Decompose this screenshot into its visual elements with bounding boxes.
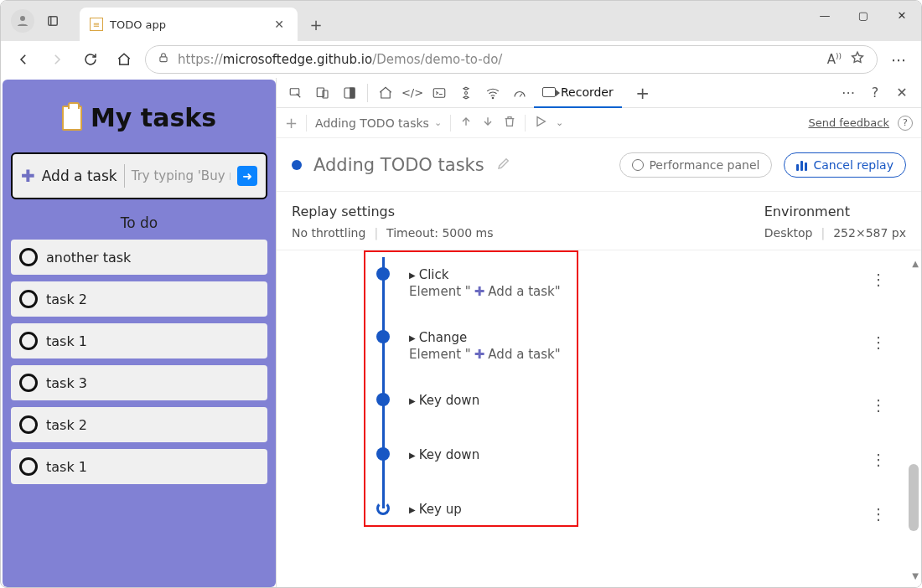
scroll-down-arrow[interactable]: ▼ — [912, 571, 919, 580]
add-task-form[interactable]: ✚ Add a task Try typing 'Buy m ➜ — [11, 152, 267, 199]
recorder-step[interactable]: ▶Key down ⋮ — [277, 447, 896, 462]
task-item[interactable]: task 1 — [11, 323, 267, 358]
elements-tab-icon[interactable]: </> — [400, 80, 425, 106]
device-emulation-icon[interactable] — [310, 80, 335, 106]
read-aloud-icon[interactable]: A)) — [827, 52, 842, 67]
replay-icon[interactable] — [534, 115, 547, 131]
task-label: task 2 — [46, 291, 87, 307]
delete-icon[interactable] — [503, 115, 516, 131]
import-icon[interactable] — [481, 115, 495, 131]
task-checkbox[interactable] — [19, 248, 38, 266]
step-menu-icon[interactable]: ⋮ — [871, 505, 886, 523]
devtools-close-icon[interactable]: ✕ — [889, 80, 914, 106]
svg-rect-1 — [49, 17, 58, 26]
submit-task-button[interactable]: ➜ — [237, 166, 257, 186]
task-item[interactable]: another task — [11, 240, 267, 275]
scroll-up-arrow[interactable]: ▲ — [912, 259, 919, 268]
step-menu-icon[interactable]: ⋮ — [871, 333, 886, 351]
task-item[interactable]: task 3 — [11, 365, 267, 400]
dock-side-icon[interactable] — [337, 80, 362, 106]
recorder-icon — [542, 87, 556, 97]
expand-icon[interactable]: ▶ — [409, 333, 416, 343]
throttling-value[interactable]: No throttling — [292, 226, 365, 240]
new-recording-button[interactable]: + — [285, 114, 298, 132]
profile-icon[interactable] — [11, 9, 34, 33]
browser-menu-button[interactable]: ⋯ — [886, 47, 911, 72]
recorder-step[interactable]: ▶Key down ⋮ — [277, 393, 896, 408]
recording-status-dot — [292, 160, 302, 170]
step-menu-icon[interactable]: ⋮ — [871, 451, 886, 468]
window-close-button[interactable]: ✕ — [883, 1, 921, 29]
timeout-value[interactable]: Timeout: 5000 ms — [386, 226, 493, 240]
browser-tab[interactable]: ≡ TODO app ✕ — [80, 8, 298, 41]
recording-select[interactable]: Adding TODO tasks⌄ — [315, 116, 442, 130]
add-task-label: Add a task — [42, 168, 117, 184]
inspect-icon[interactable] — [283, 80, 308, 106]
expand-icon[interactable]: ▶ — [409, 505, 416, 514]
task-item[interactable]: task 1 — [11, 449, 267, 484]
window-maximize-button[interactable]: ▢ — [844, 1, 883, 29]
window-minimize-button[interactable]: — — [805, 1, 844, 29]
welcome-tab-icon[interactable] — [373, 80, 398, 106]
new-tab-button[interactable]: + — [301, 9, 331, 39]
address-bar[interactable]: https://microsoftedge.github.io/Demos/de… — [145, 45, 878, 74]
sources-tab-icon[interactable] — [453, 80, 479, 106]
step-title: Key up — [419, 502, 462, 517]
recorder-step[interactable]: ▶ClickElement "✚Add a task" ⋮ — [277, 267, 896, 299]
add-tab-button[interactable]: + — [630, 80, 655, 106]
performance-tab-icon[interactable] — [507, 80, 532, 106]
more-tools-icon[interactable]: ⋯ — [836, 80, 861, 106]
console-tab-icon[interactable] — [427, 80, 452, 106]
bars-icon — [796, 159, 808, 171]
step-menu-icon[interactable]: ⋮ — [871, 271, 886, 288]
favorite-icon[interactable] — [850, 50, 865, 69]
task-checkbox[interactable] — [19, 332, 38, 350]
expand-icon[interactable]: ▶ — [409, 451, 416, 460]
home-button[interactable] — [111, 47, 137, 72]
task-item[interactable]: task 2 — [11, 407, 267, 442]
network-tab-icon[interactable] — [480, 80, 505, 106]
cancel-replay-button[interactable]: Cancel replay — [784, 152, 906, 178]
performance-panel-button[interactable]: Performance panel — [619, 152, 772, 178]
task-checkbox[interactable] — [19, 457, 38, 476]
devtools-panel: </> Recorder + ⋯ ? ✕ + Adding TODO tasks… — [276, 78, 921, 588]
recorder-help-icon[interactable]: ? — [898, 116, 913, 131]
recorder-tab[interactable]: Recorder — [534, 78, 622, 108]
environment-size: 252×587 px — [833, 226, 906, 240]
edit-title-icon[interactable] — [496, 156, 511, 174]
expand-icon[interactable]: ▶ — [409, 271, 416, 280]
tab-title: TODO app — [110, 18, 264, 31]
recording-title: Adding TODO tasks — [313, 155, 484, 175]
tab-close-icon[interactable]: ✕ — [271, 14, 287, 34]
task-label: task 3 — [46, 375, 87, 391]
tab-actions-icon[interactable] — [41, 9, 65, 33]
send-feedback-link[interactable]: Send feedback — [808, 116, 889, 129]
recording-header: Adding TODO tasks Performance panel Canc… — [277, 138, 921, 192]
refresh-button[interactable] — [78, 47, 103, 72]
devtools-help-icon[interactable]: ? — [862, 80, 888, 106]
step-menu-icon[interactable]: ⋮ — [871, 396, 886, 414]
scrollbar-thumb[interactable] — [909, 464, 919, 531]
devtools-tabbar: </> Recorder + ⋯ ? ✕ — [277, 78, 921, 108]
url-text: https://microsoftedge.github.io/Demos/de… — [178, 52, 502, 67]
task-checkbox[interactable] — [19, 415, 38, 434]
favicon-icon: ≡ — [90, 18, 103, 31]
task-checkbox[interactable] — [19, 290, 38, 308]
export-icon[interactable] — [459, 115, 473, 131]
replay-settings-label: Replay settings — [292, 204, 493, 219]
svg-rect-3 — [160, 57, 167, 62]
browser-toolbar: https://microsoftedge.github.io/Demos/de… — [1, 41, 921, 78]
recorder-step[interactable]: ▶ChangeElement "✚Add a task" ⋮ — [277, 330, 896, 362]
back-button[interactable] — [11, 47, 36, 72]
task-item[interactable]: task 2 — [11, 281, 267, 317]
recorder-step[interactable]: ▶Key up ⋮ — [277, 502, 896, 517]
step-title: Key down — [419, 393, 479, 408]
replay-speed-icon[interactable]: ⌄ — [556, 117, 563, 128]
task-checkbox[interactable] — [19, 374, 38, 392]
add-task-input[interactable]: Try typing 'Buy m — [124, 164, 230, 188]
svg-point-11 — [492, 97, 494, 99]
expand-icon[interactable]: ▶ — [409, 396, 416, 405]
site-lock-icon[interactable] — [158, 51, 169, 68]
spinner-icon — [376, 502, 390, 515]
steps-panel: ▶ClickElement "✚Add a task" ⋮ ▶ChangeEle… — [277, 250, 921, 588]
